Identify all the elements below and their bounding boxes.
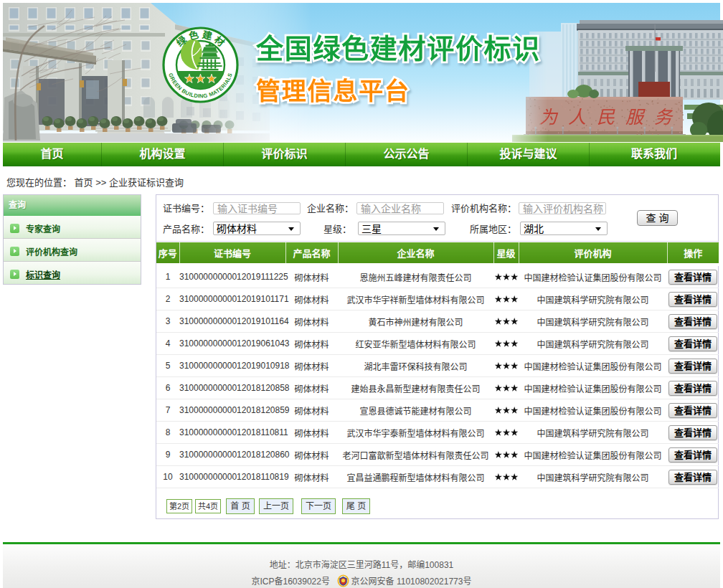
svg-text:管理信息平台: 管理信息平台 (256, 77, 410, 105)
svg-text:全国绿色建材评价标识: 全国绿色建材评价标识 (255, 34, 541, 64)
